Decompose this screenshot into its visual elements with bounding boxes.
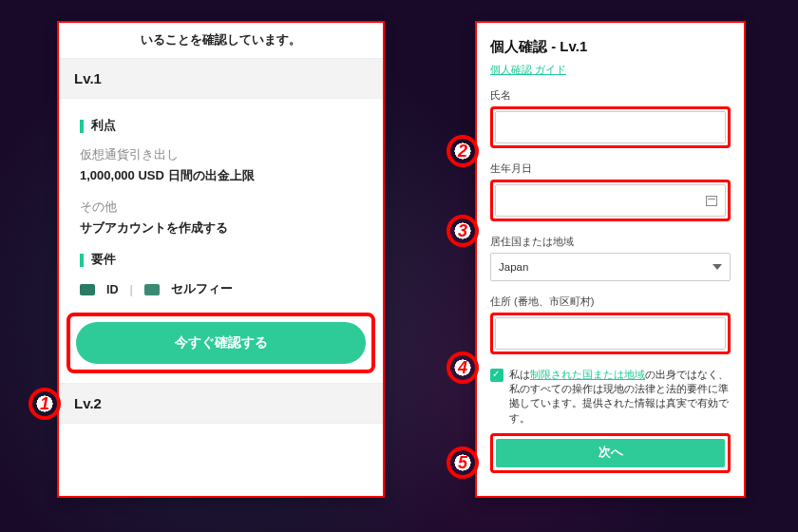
- address-label: 住所 (番地、市区町村): [490, 294, 731, 309]
- crypto-withdraw-value: 1,000,000 USD 日間の出金上限: [80, 167, 362, 184]
- calendar-icon: [706, 196, 717, 206]
- green-bar-icon: [80, 254, 84, 267]
- country-label: 居住国または地域: [490, 235, 731, 249]
- benefits-label: 利点: [91, 118, 116, 134]
- address-input[interactable]: [495, 317, 726, 350]
- id-card-icon: [80, 284, 95, 295]
- top-banner-text: いることを確認しています。: [59, 23, 383, 58]
- lv1-header[interactable]: Lv.1: [59, 58, 383, 99]
- country-value: Japan: [499, 261, 528, 273]
- highlight-box-3: [490, 180, 731, 221]
- requirements-label: 要件: [91, 252, 116, 268]
- name-input[interactable]: [495, 111, 726, 143]
- next-button[interactable]: 次へ: [496, 439, 725, 467]
- chevron-down-icon: [712, 264, 722, 270]
- marker-4-icon: 4: [446, 352, 479, 384]
- name-label: 氏名: [490, 88, 731, 103]
- highlight-box-5: 次へ: [490, 433, 731, 473]
- marker-2-icon: 2: [446, 135, 479, 167]
- req-selfie-text: セルフィー: [171, 281, 233, 297]
- confirm-now-button[interactable]: 今すぐ確認する: [76, 322, 366, 364]
- consent-text: 私は制限された国または地域の出身ではなく、私のすべての操作は現地の法律と法的要件…: [509, 368, 731, 426]
- kyc-form-panel: 個人確認 - Lv.1 個人確認 ガイド 氏名 生年月日 居住国または地域 Ja…: [475, 21, 746, 498]
- marker-5-icon: 5: [446, 446, 479, 479]
- crypto-withdraw-label: 仮想通貨引き出し: [80, 147, 362, 163]
- green-bar-icon: [80, 120, 84, 133]
- requirements-row: ID | セルフィー: [80, 281, 362, 297]
- country-select[interactable]: Japan: [490, 253, 731, 281]
- highlight-box-2: [490, 106, 731, 148]
- other-label: その他: [80, 200, 362, 216]
- lv2-header[interactable]: Lv.2: [59, 383, 383, 424]
- lv1-body: 利点 仮想通貨引き出し 1,000,000 USD 日間の出金上限 その他 サブ…: [59, 99, 383, 311]
- panel-title: 個人確認 - Lv.1: [490, 38, 731, 56]
- consent-checkbox[interactable]: [490, 369, 504, 382]
- dob-input[interactable]: [495, 184, 726, 217]
- restricted-countries-link[interactable]: 制限された国または地域: [530, 369, 645, 380]
- marker-3-icon: 3: [446, 215, 479, 247]
- consent-row[interactable]: 私は制限された国または地域の出身ではなく、私のすべての操作は現地の法律と法的要件…: [490, 368, 731, 426]
- req-id-text: ID: [106, 283, 119, 296]
- divider-icon: |: [130, 283, 134, 296]
- dob-label: 生年月日: [490, 162, 731, 176]
- highlight-box-4: [490, 313, 731, 354]
- marker-1-icon: 1: [28, 388, 61, 420]
- requirements-section: 要件: [80, 252, 362, 268]
- benefits-section: 利点: [80, 118, 362, 134]
- selfie-icon: [144, 284, 160, 295]
- kyc-levels-panel: いることを確認しています。 Lv.1 利点 仮想通貨引き出し 1,000,000…: [57, 21, 385, 498]
- highlight-box-1: 今すぐ確認する: [66, 313, 375, 373]
- other-value: サブアカウントを作成する: [80, 219, 362, 237]
- guide-link[interactable]: 個人確認 ガイド: [490, 63, 566, 77]
